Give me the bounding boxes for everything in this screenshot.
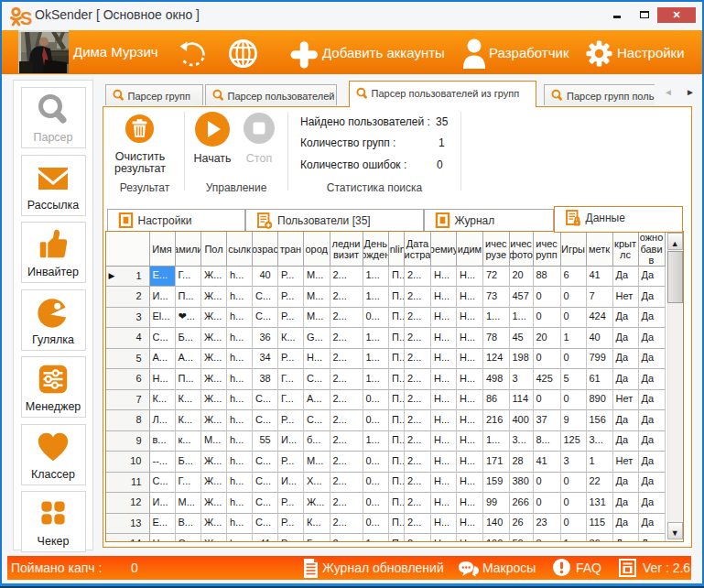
- svg-text:S: S: [20, 8, 32, 27]
